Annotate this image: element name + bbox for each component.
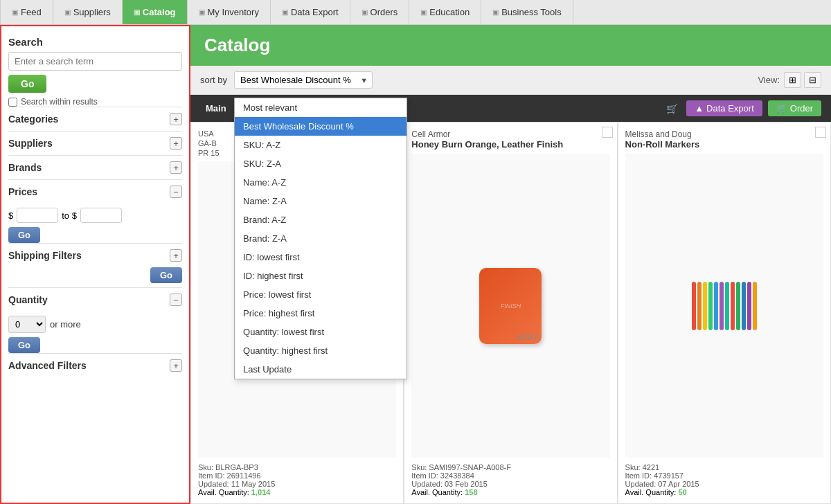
sort-option-id-lowest[interactable]: ID: lowest first — [235, 248, 406, 267]
sort-toolbar: sort by Best Wholesale Discount % ▼ Most… — [190, 66, 831, 95]
sort-option-brand-az[interactable]: Brand: A-Z — [235, 210, 406, 229]
product-2-brand: Cell Armor — [411, 129, 609, 139]
product-3-qty: Avail. Quantity: 50 — [625, 488, 823, 496]
quantity-filter[interactable]: Quantity − — [8, 287, 182, 312]
content-area: Catalog sort by Best Wholesale Discount … — [190, 25, 831, 504]
sort-option-sku-az[interactable]: SKU: A-Z — [235, 136, 406, 154]
sort-option-price-lowest[interactable]: Price: lowest first — [235, 285, 406, 304]
nav-tab-suppliers[interactable]: ▣ Suppliers — [53, 0, 123, 24]
marker-orange — [697, 282, 702, 330]
sort-option-id-highest[interactable]: ID: highest first — [235, 267, 406, 285]
catalog-label: Catalog — [143, 7, 176, 17]
advanced-filters-expand-icon: + — [170, 359, 182, 372]
prices-label: Prices — [8, 186, 37, 197]
data-export-nav-label: Data Export — [291, 7, 339, 17]
sort-option-name-za[interactable]: Name: Z-A — [235, 192, 406, 210]
nav-tab-catalog[interactable]: ▣ Catalog — [123, 0, 188, 24]
nav-tab-business-tools[interactable]: ▣ Business Tools — [481, 0, 573, 24]
grid-view-button[interactable]: ⊞ — [784, 72, 801, 88]
quantity-label: Quantity — [8, 294, 48, 305]
sidebar: Search Go Search within results Categori… — [0, 25, 190, 504]
marker-darkgreen — [736, 282, 740, 330]
price-to-label: to $ — [62, 210, 77, 221]
marker-teal — [725, 282, 729, 330]
product-2-checkbox[interactable] — [602, 127, 613, 138]
sort-option-sku-za[interactable]: SKU: Z-A — [235, 154, 406, 173]
sort-option-most-relevant[interactable]: Most relevant — [235, 98, 406, 117]
search-go-button[interactable]: Go — [8, 75, 46, 93]
product-2-qty: Avail. Quantity: 158 — [411, 488, 609, 496]
search-within-checkbox[interactable] — [8, 98, 17, 107]
feed-label: Feed — [21, 7, 42, 17]
advanced-filters-label: Advanced Filters — [8, 360, 87, 371]
education-icon: ▣ — [420, 8, 427, 16]
sort-by-label: sort by — [200, 75, 227, 85]
nav-tab-my-inventory[interactable]: ▣ My Inventory — [188, 0, 271, 24]
product-1-updated: Updated: 11 May 2015 — [198, 480, 396, 488]
nav-tab-education[interactable]: ▣ Education — [409, 0, 481, 24]
product-3-checkbox[interactable] — [815, 127, 826, 138]
sub-tab-main[interactable]: Main — [200, 100, 232, 116]
product-3-sku: Sku: 4221 — [625, 463, 823, 471]
price-to-input[interactable] — [80, 208, 122, 223]
nav-tab-orders[interactable]: ▣ Orders — [350, 0, 410, 24]
sort-option-price-highest[interactable]: Price: highest first — [235, 304, 406, 323]
shipping-go-button[interactable]: Go — [150, 267, 182, 283]
nav-tab-feed[interactable]: ▣ Feed — [0, 0, 53, 24]
marker-red — [692, 282, 696, 330]
product-2-image-area: FINISH A008-F — [411, 154, 609, 458]
sort-option-qty-highest[interactable]: Quantity: highest first — [235, 341, 406, 360]
product-1-sku: Sku: BLRGA-BP3 — [198, 463, 396, 471]
product-card-2: Cell Armor Honey Burn Orange, Leather Fi… — [404, 122, 617, 504]
product-1-avail-qty: 1,014 — [251, 488, 271, 496]
shipping-label: Shipping Filters — [8, 250, 82, 261]
sort-option-name-az[interactable]: Name: A-Z — [235, 173, 406, 192]
shipping-filter[interactable]: Shipping Filters + — [8, 243, 182, 267]
price-range-row: $ to $ — [8, 208, 182, 223]
sort-selected-value: Best Wholesale Discount % — [240, 75, 351, 85]
suppliers-expand-icon: + — [170, 137, 182, 150]
sort-option-best-wholesale[interactable]: Best Wholesale Discount % — [235, 117, 406, 136]
sort-option-last-update[interactable]: Last Update — [235, 360, 406, 379]
nav-tab-data-export[interactable]: ▣ Data Export — [271, 0, 350, 24]
advanced-filters[interactable]: Advanced Filters + — [8, 353, 182, 377]
main-layout: Search Go Search within results Categori… — [0, 25, 831, 504]
sort-dropdown-menu: Most relevant Best Wholesale Discount % … — [234, 98, 407, 379]
sort-select-display[interactable]: Best Wholesale Discount % ▼ — [234, 71, 373, 89]
inventory-icon: ▣ — [199, 8, 205, 16]
sort-chevron-icon: ▼ — [360, 76, 368, 84]
brands-filter[interactable]: Brands + — [8, 155, 182, 179]
marker-blue — [714, 282, 718, 330]
data-export-upload-icon: ▲ — [695, 103, 704, 114]
shipping-expand-icon: + — [170, 249, 182, 262]
business-tools-icon: ▣ — [492, 8, 499, 16]
product-2-sku: Sku: SAMI997-SNAP-A008-F — [411, 463, 609, 471]
data-export-button[interactable]: ▲ Data Export — [686, 100, 762, 116]
search-section-title: Search — [8, 36, 182, 48]
marker-yellow — [703, 282, 707, 330]
product-3-avail-label: Avail. Quantity: — [625, 488, 677, 496]
orders-label: Orders — [370, 7, 398, 17]
order-button[interactable]: 🛒 Order — [768, 100, 821, 116]
list-view-button[interactable]: ⊟ — [804, 72, 821, 88]
product-2-updated: Updated: 03 Feb 2015 — [411, 480, 609, 488]
catalog-header: Catalog — [190, 25, 831, 66]
prices-filter[interactable]: Prices − — [8, 179, 182, 204]
marker-amber — [753, 282, 757, 330]
quantity-select[interactable]: 0 1 10 100 — [8, 316, 46, 333]
categories-filter[interactable]: Categories + — [8, 107, 182, 131]
product-2-item-id: Item ID: 32438384 — [411, 471, 609, 480]
price-go-button[interactable]: Go — [8, 227, 40, 243]
suppliers-icon: ▣ — [64, 8, 71, 16]
product-1-qty: Avail. Quantity: 1,014 — [198, 488, 396, 496]
sort-option-brand-za[interactable]: Brand: Z-A — [235, 229, 406, 248]
price-from-input[interactable] — [17, 208, 58, 223]
search-input[interactable] — [8, 52, 182, 71]
quantity-row: 0 1 10 100 or more — [8, 316, 182, 333]
quantity-go-button[interactable]: Go — [8, 337, 40, 353]
suppliers-filter[interactable]: Suppliers + — [8, 131, 182, 155]
sort-select-wrapper: Best Wholesale Discount % ▼ Most relevan… — [234, 71, 373, 89]
sort-option-qty-lowest[interactable]: Quantity: lowest first — [235, 323, 406, 341]
finish-text: FINISH — [501, 303, 521, 309]
marker-purple — [720, 282, 724, 330]
